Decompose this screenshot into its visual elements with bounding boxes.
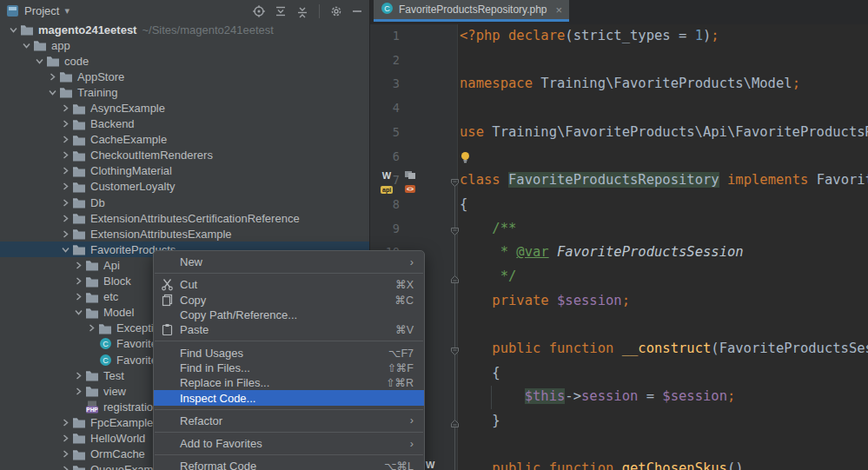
menu-item-copy[interactable]: Copy⌘C (154, 293, 424, 308)
chevron-right-icon[interactable] (72, 261, 84, 270)
folder-icon (84, 291, 100, 303)
code-segment (549, 244, 557, 260)
menu-item-label: Find Usages (180, 347, 243, 360)
chevron-down-icon[interactable]: ▾ (64, 5, 70, 17)
code-line-1: <?php declare(strict_types = 1); (370, 24, 868, 49)
fold-up-icon[interactable] (450, 416, 460, 426)
chevron-down-icon[interactable] (72, 308, 84, 317)
fold-down-icon[interactable] (450, 224, 460, 234)
intention-lightbulb-icon[interactable] (460, 151, 472, 165)
tree-item-code[interactable]: code (0, 53, 369, 69)
chevron-right-icon[interactable] (59, 198, 71, 208)
menu-item-label: New (180, 255, 202, 268)
tree-item-asyncexample[interactable]: AsyncExample (0, 100, 369, 116)
folder-icon (84, 385, 100, 397)
menu-item-find-in-files[interactable]: Find in Files...⇧⌘F (154, 361, 424, 375)
chevron-right-icon[interactable] (59, 434, 71, 443)
chevron-down-icon[interactable] (7, 25, 19, 35)
paste-icon (160, 323, 175, 336)
tree-item-training[interactable]: Training (0, 84, 369, 100)
chevron-right-icon[interactable] (72, 371, 84, 381)
chevron-right-icon[interactable] (72, 292, 84, 301)
collapse-all-icon[interactable] (295, 4, 309, 18)
menu-item-label: Refactor (180, 414, 222, 427)
code-line-12: private $session; (370, 289, 868, 314)
folder-icon (71, 134, 87, 146)
folder-icon (71, 103, 87, 115)
chevron-down-icon[interactable] (33, 56, 45, 66)
chevron-right-icon[interactable] (59, 119, 71, 129)
settings-gear-icon[interactable] (329, 4, 343, 18)
tree-item-label: Training (77, 86, 117, 99)
menu-item-inspect-code[interactable]: Inspect Code... (154, 390, 424, 405)
menu-item-add-to-favorites[interactable]: Add to Favorites› (154, 436, 424, 451)
chevron-right-icon[interactable] (59, 449, 71, 459)
code-content: <?php declare(strict_types = 1);namespac… (370, 24, 868, 470)
tree-item-appstore[interactable]: AppStore (0, 69, 369, 84)
tab-favoriteproductsrepository[interactable]: C FavoriteProductsRepository.php × (374, 0, 569, 22)
project-path: ~/Sites/magento241eetest (142, 23, 273, 36)
tree-item-checkoutitemrenderers[interactable]: CheckoutItemRenderers (0, 148, 369, 163)
tree-item-label: CacheExample (90, 133, 167, 146)
web-api-line-marker-icon[interactable]: W (426, 460, 434, 469)
chevron-right-icon[interactable] (59, 418, 71, 427)
chevron-down-icon[interactable] (20, 41, 32, 50)
chevron-right-icon[interactable] (72, 276, 84, 286)
locate-file-icon[interactable] (252, 4, 266, 18)
tree-item-clothingmaterial[interactable]: ClothingMaterial (0, 163, 369, 179)
chevron-right-icon[interactable] (46, 72, 58, 82)
svg-text:PHP: PHP (86, 407, 98, 413)
tree-item-app[interactable]: app (0, 37, 369, 53)
close-tab-icon[interactable]: × (556, 3, 563, 17)
chevron-right-icon[interactable] (59, 214, 71, 223)
chevron-right-icon[interactable] (59, 103, 71, 113)
menu-item-find-usages[interactable]: Find Usages⌥F7 (154, 345, 424, 360)
svg-text:C: C (103, 340, 109, 348)
folder-icon (97, 322, 113, 334)
chevron-right-icon[interactable] (59, 229, 71, 239)
tree-item-customerloyalty[interactable]: CustomerLoyalty (0, 179, 369, 195)
tree-item-label: HelloWorld (90, 432, 145, 445)
hide-panel-icon[interactable] (351, 4, 363, 18)
tree-item-extensionattributescertificationreference[interactable]: ExtensionAttributesCertificationReferenc… (0, 210, 369, 226)
code-line-9: /** (370, 217, 868, 242)
tree-item-cacheexample[interactable]: CacheExample (0, 132, 369, 148)
menu-separator (155, 273, 423, 274)
tree-item-magento241eetest[interactable]: magento241eetest~/Sites/magento241eetest (0, 22, 369, 37)
menu-item-paste[interactable]: Paste⌘V (154, 322, 424, 337)
panel-title[interactable]: Project (24, 4, 59, 17)
fold-up-icon[interactable] (450, 272, 460, 281)
tree-item-extensionattributesexample[interactable]: ExtensionAttributesExample (0, 226, 369, 242)
tree-item-backend[interactable]: Backend (0, 116, 369, 132)
menu-item-replace-in-files[interactable]: Replace in Files...⇧⌘R (154, 375, 424, 390)
chevron-right-icon[interactable] (59, 166, 71, 175)
code-segment: $session (662, 388, 727, 404)
menu-item-copy-path-reference[interactable]: Copy Path/Reference... (154, 308, 424, 322)
folder-icon (71, 432, 87, 444)
chevron-down-icon[interactable] (46, 88, 58, 97)
fold-down-icon[interactable] (450, 344, 460, 354)
chevron-right-icon[interactable] (59, 465, 71, 470)
menu-item-reformat-code[interactable]: Reformat Code⌥⌘L (154, 459, 424, 470)
code-segment: ) (703, 28, 711, 43)
tree-item-label: magento241eetest (38, 23, 136, 36)
menu-item-refactor[interactable]: Refactor› (154, 414, 424, 428)
web-api-line-marker-icon[interactable]: Wapi (381, 171, 393, 195)
xml-config-line-marker-icon[interactable]: <> (405, 171, 415, 195)
folder-icon (71, 464, 87, 470)
code-segment: () (727, 460, 744, 470)
chevron-right-icon[interactable] (85, 323, 97, 333)
chevron-down-icon[interactable] (59, 245, 71, 255)
tree-item-label: OrmCache (90, 447, 145, 460)
menu-item-new[interactable]: New› (154, 255, 424, 269)
fold-down-icon[interactable] (450, 175, 460, 185)
tree-item-db[interactable]: Db (0, 195, 369, 210)
chevron-right-icon[interactable] (59, 150, 71, 160)
expand-all-icon[interactable] (274, 4, 288, 18)
chevron-right-icon[interactable] (59, 135, 71, 144)
tree-item-label: ClothingMaterial (90, 164, 172, 177)
chevron-right-icon[interactable] (59, 182, 71, 191)
menu-item-cut[interactable]: Cut⌘X (154, 277, 424, 292)
chevron-right-icon[interactable] (72, 387, 84, 396)
code-segment: <?php declare (460, 28, 565, 43)
